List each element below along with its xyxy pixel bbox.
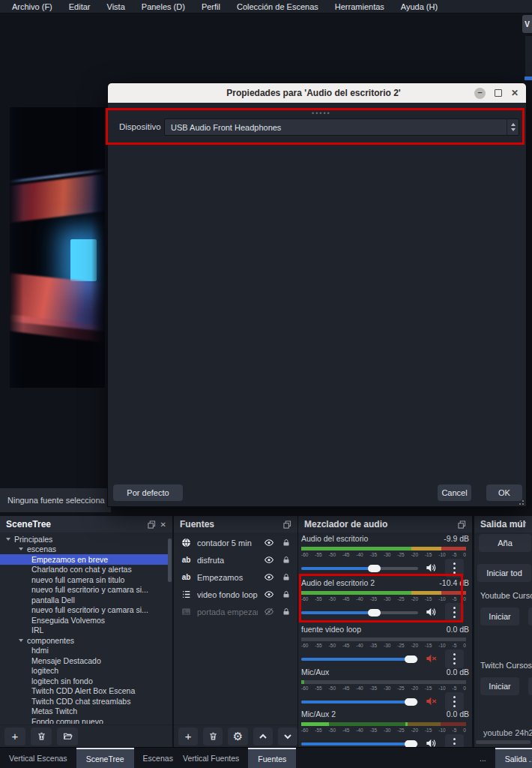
tree-item-twitch-cdd-chat-streamlabs[interactable]: Twitch CDD chat streamlabs (0, 696, 168, 706)
add-output-button[interactable]: Aña (479, 534, 531, 552)
popout-icon[interactable] (148, 520, 156, 529)
menu-vista[interactable]: Vista (100, 2, 133, 11)
channel-menu-dots-button[interactable] (445, 603, 464, 622)
tree-item-pantalla-dell[interactable]: pantalla Dell (0, 595, 168, 605)
minimize-icon[interactable]: – (474, 88, 486, 99)
menu-editar[interactable]: Editar (61, 2, 98, 11)
source-properties-gear-button[interactable]: ⚙ (228, 728, 247, 746)
tree-item-nuevo-full-camera-sin-titulo[interactable]: nuevo full camera sin titulo (0, 574, 168, 585)
mute-speaker-icon[interactable] (426, 653, 439, 667)
close-dock-icon[interactable]: ✕ (160, 520, 166, 529)
tree-item-empezamos-en-breve[interactable]: Empezamos en breve (0, 554, 168, 565)
popout-icon[interactable] (283, 520, 291, 529)
source-row-portada-empezam[interactable]: portada empezam (174, 603, 297, 620)
menu-ayuda-h[interactable]: Ayuda (H) (393, 2, 445, 11)
resize-grip[interactable] (519, 500, 524, 505)
tab-salida[interactable]: Salida ... (495, 748, 532, 768)
output-secondary-button[interactable] (528, 608, 532, 626)
volume-slider[interactable] (301, 611, 418, 614)
tree-item-nuevo-full-escritorio-y-camara-si[interactable]: nuevo full escritorio y camara si... (0, 605, 168, 616)
tab-scenetree[interactable]: SceneTree (76, 748, 134, 768)
menu-archivo-f[interactable]: Archivo (F) (4, 2, 60, 11)
start-output-button[interactable]: Iniciar (480, 608, 519, 626)
expand-caret-icon[interactable] (19, 639, 23, 642)
tab-vertical-escenas[interactable]: Vertical Escenas (0, 748, 76, 768)
scrollbar[interactable] (168, 538, 172, 582)
tree-item-mensaje-destacado[interactable]: Mensaje Destacado (0, 656, 168, 666)
expand-caret-icon[interactable] (6, 538, 10, 541)
channel-menu-dots-button[interactable] (445, 559, 464, 578)
horizontal-scrollbar[interactable] (476, 740, 531, 744)
eye-icon[interactable] (263, 538, 275, 548)
close-icon[interactable]: ✕ (511, 88, 519, 98)
combobox-arrows-icon[interactable] (507, 119, 519, 135)
tree-item-principales[interactable]: Principales (0, 534, 168, 544)
slider-handle[interactable] (405, 656, 417, 663)
menu-herramientas[interactable]: Herramientas (327, 2, 392, 11)
lock-icon[interactable] (280, 590, 292, 599)
source-row-disfruta[interactable]: abdisfruta (174, 551, 297, 568)
lock-icon[interactable] (280, 555, 292, 565)
start-output-button[interactable]: Iniciar (480, 677, 519, 695)
mute-speaker-icon[interactable] (426, 696, 439, 710)
eye-icon[interactable] (263, 572, 275, 582)
dialog-titlebar[interactable]: Propiedades para 'Audio del escritorio 2… (108, 83, 526, 103)
defaults-button[interactable]: Por defecto (113, 484, 183, 501)
tree-item-metas-twitch[interactable]: Metas Twitch (0, 706, 168, 717)
tab-fuentes[interactable]: Fuentes (248, 748, 296, 768)
source-row-contador-5-min[interactable]: contador 5 min (174, 534, 297, 551)
move-source-up-button[interactable] (253, 728, 273, 746)
volume-slider[interactable] (301, 567, 418, 570)
move-source-down-button[interactable] (278, 728, 297, 746)
eye-icon[interactable] (263, 555, 275, 565)
device-combobox[interactable]: USB Audio Front Headphones (164, 118, 519, 136)
add-scene-button[interactable]: + (4, 728, 25, 746)
maximize-icon[interactable] (495, 89, 502, 97)
tree-item-twitch-cdd-alert-box-escena[interactable]: Twitch CDD Alert Box Escena (0, 686, 168, 697)
slider-handle[interactable] (368, 565, 381, 572)
tab-[interactable]: ... (471, 748, 495, 768)
add-source-button[interactable]: + (178, 728, 198, 746)
ok-button[interactable]: OK (486, 484, 522, 501)
tree-item-hdmi[interactable]: hdmi (0, 646, 168, 656)
slider-handle[interactable] (405, 698, 417, 706)
start-all-button[interactable]: Iniciar tod (477, 564, 531, 582)
tree-item-irl[interactable]: IRL (0, 626, 168, 636)
properties-dialog: Propiedades para 'Audio del escritorio 2… (107, 82, 527, 507)
volume-slider[interactable] (301, 742, 418, 746)
menu-colecci-n-de-escenas[interactable]: Colección de Escenas (229, 2, 326, 11)
slider-handle[interactable] (368, 609, 381, 616)
output-secondary-button[interactable] (528, 677, 532, 695)
tab-vertical-fuentes[interactable]: Vertical Fuentes (174, 748, 248, 768)
lock-icon[interactable] (280, 572, 292, 582)
menu-perfil[interactable]: Perfil (194, 2, 228, 11)
menu-paneles-d[interactable]: Paneles (D) (134, 2, 193, 11)
eye-hidden-icon[interactable] (263, 607, 275, 616)
tree-item-logitech[interactable]: logitech (0, 666, 168, 676)
tree-item-escenas[interactable]: escenas (0, 544, 168, 555)
tree-item-charlando-con-chat-y-alertas[interactable]: Charlando con chat y alertas (0, 565, 168, 575)
delete-scene-button[interactable] (31, 728, 52, 746)
eye-icon[interactable] (263, 590, 275, 599)
tree-item-enseguida-volvemos[interactable]: Enseguida Volvemos (0, 615, 168, 626)
tree-item-componentes[interactable]: componentes (0, 635, 168, 646)
lock-icon[interactable] (280, 538, 292, 548)
volume-slider[interactable] (301, 658, 418, 661)
partial-dock-tab[interactable]: V (522, 15, 532, 33)
delete-source-button[interactable] (203, 728, 223, 746)
speaker-icon[interactable] (426, 607, 439, 620)
channel-menu-dots-button[interactable] (445, 692, 464, 711)
speaker-icon[interactable] (426, 562, 439, 576)
scene-filters-folder-button[interactable] (57, 728, 78, 746)
tree-item-logitech-sin-fondo[interactable]: logitech sin fondo (0, 676, 168, 686)
tree-item-nuevo-full-escritorio-y-camara-si[interactable]: nuevo full escritorio y camara si... (0, 585, 168, 596)
channel-menu-dots-button[interactable] (445, 650, 464, 668)
cancel-button[interactable]: Cancel (438, 484, 471, 501)
popout-icon[interactable] (458, 520, 466, 529)
volume-slider[interactable] (301, 700, 418, 704)
source-row-empezamos[interactable]: abEmpezamos (174, 568, 297, 586)
expand-caret-icon[interactable] (19, 548, 23, 550)
source-row-video-fondo-loop[interactable]: video fondo loop (174, 586, 297, 603)
tree-item-fondo-comun-nuevo[interactable]: Fondo comun nuevo (0, 716, 168, 724)
lock-icon[interactable] (280, 607, 292, 616)
